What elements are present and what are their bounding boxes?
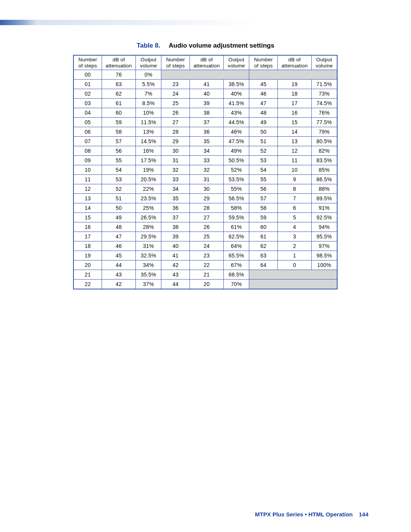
cell-db: 16 [278,108,312,118]
cell-vol: 47.5% [223,137,249,146]
cell-vol: 14.5% [135,137,161,146]
cell-steps: 34 [161,184,190,194]
cell-vol: 100% [311,260,337,270]
cell-steps: 05 [73,118,102,127]
table-row: 204434%422267%640100% [73,260,337,270]
cell-vol: 77.5% [311,118,337,127]
cell-steps: 13 [73,194,102,203]
cell-vol: 67% [223,260,249,270]
cell-db: 31 [190,175,224,184]
cell-vol: 43% [223,108,249,118]
cell-vol: 25% [135,203,161,213]
cell-vol: 68.5% [223,270,249,280]
empty-cell [249,70,337,80]
cell-db: 56 [102,146,136,156]
cell-steps: 27 [161,118,190,127]
cell-vol: 5.5% [135,80,161,89]
table-row: 00760% [73,70,337,80]
cell-steps: 28 [161,127,190,137]
cell-vol: 16% [135,146,161,156]
cell-vol: 29.5% [135,232,161,241]
cell-db: 23 [190,251,224,260]
cell-db: 10 [278,165,312,175]
cell-vol: 89.5% [311,194,337,203]
cell-steps: 44 [161,280,190,289]
cell-steps: 58 [249,203,278,213]
cell-steps: 32 [161,165,190,175]
cell-steps: 60 [249,222,278,232]
cell-steps: 12 [73,184,102,194]
cell-db: 47 [102,232,136,241]
cell-steps: 03 [73,99,102,108]
cell-steps: 56 [249,184,278,194]
cell-steps: 04 [73,108,102,118]
cell-steps: 08 [73,146,102,156]
table-row: 164828%382661%60494% [73,222,337,232]
cell-db: 34 [190,146,224,156]
cell-db: 55 [102,156,136,165]
cell-db: 26 [190,222,224,232]
cell-db: 53 [102,175,136,184]
cell-db: 63 [102,80,136,89]
cell-db: 59 [102,118,136,127]
cell-vol: 32.5% [135,251,161,260]
cell-steps: 42 [161,260,190,270]
cell-vol: 13% [135,127,161,137]
cell-steps: 46 [249,89,278,99]
cell-steps: 22 [73,280,102,289]
cell-steps: 52 [249,146,278,156]
document-page: Table 8. Audio volume adjustment setting… [0,0,411,532]
cell-db: 4 [278,222,312,232]
cell-vol: 73% [311,89,337,99]
cell-steps: 53 [249,156,278,165]
cell-db: 54 [102,165,136,175]
cell-db: 49 [102,213,136,222]
cell-db: 48 [102,222,136,232]
cell-db: 17 [278,99,312,108]
cell-vol: 59.5% [223,213,249,222]
cell-steps: 49 [249,118,278,127]
table-row: 105419%323252%541085% [73,165,337,175]
cell-steps: 40 [161,241,190,251]
cell-db: 36 [190,127,224,137]
cell-db: 58 [102,127,136,137]
table-row: 03618.5%253941.5%471774.5% [73,99,337,108]
table-row: 046010%263843%481676% [73,108,337,118]
cell-vol: 28% [135,222,161,232]
cell-steps: 15 [73,213,102,222]
cell-steps: 31 [161,156,190,165]
cell-steps: 17 [73,232,102,241]
cell-steps: 43 [161,270,190,280]
cell-db: 14 [278,127,312,137]
footer-text: MTPX Plus Series • HTML Operation [255,511,353,518]
cell-steps: 45 [249,80,278,89]
cell-steps: 50 [249,127,278,137]
empty-cell [249,270,337,280]
cell-steps: 59 [249,213,278,222]
cell-steps: 51 [249,137,278,146]
table-row: 145025%362858%58691% [73,203,337,213]
cell-db: 11 [278,156,312,165]
table-row: 154926.5%372759.5%59592.5% [73,213,337,222]
cell-db: 3 [278,232,312,241]
cell-vol: 26.5% [135,213,161,222]
cell-vol: 92.5% [311,213,337,222]
cell-db: 76 [102,70,136,80]
table-header-row: Numberof steps dB ofattenuation Outputvo… [73,55,337,70]
table-row: 125222%343055%56888% [73,184,337,194]
cell-vol: 98.5% [311,251,337,260]
cell-steps: 64 [249,260,278,270]
col-db: dB ofattenuation [102,55,136,70]
cell-vol: 88% [311,184,337,194]
cell-db: 30 [190,184,224,194]
cell-vol: 46% [223,127,249,137]
cell-db: 39 [190,99,224,108]
cell-vol: 20.5% [135,175,161,184]
cell-vol: 62.5% [223,232,249,241]
cell-steps: 25 [161,99,190,108]
cell-vol: 35.5% [135,270,161,280]
cell-db: 60 [102,108,136,118]
cell-vol: 49% [223,146,249,156]
cell-db: 19 [278,80,312,89]
cell-steps: 21 [73,270,102,280]
